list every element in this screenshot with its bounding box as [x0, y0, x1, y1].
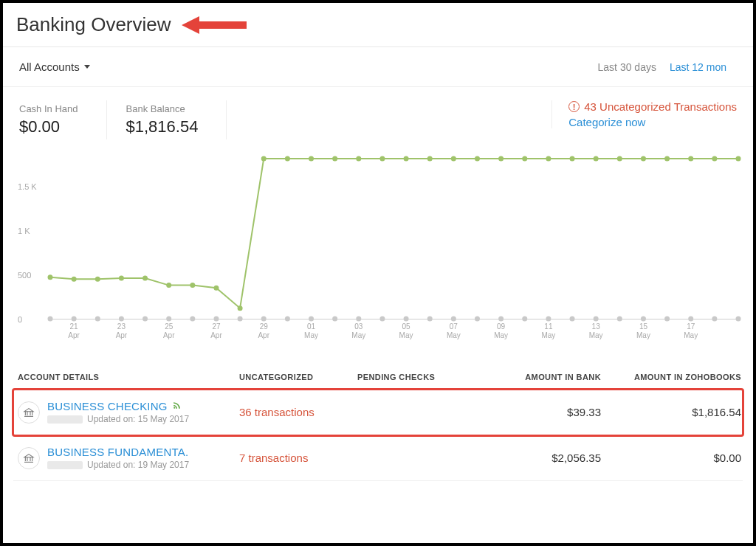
- svg-point-61: [173, 407, 175, 409]
- y-tick: 1 K: [18, 227, 30, 235]
- x-tick: 01May: [304, 322, 318, 340]
- uncategorized-alert: ! 43 Uncategorized Transactions Categori…: [551, 100, 737, 128]
- svg-point-36: [166, 283, 171, 288]
- redacted-box: [47, 461, 83, 469]
- th-amount-bank: AMOUNT IN BANK: [468, 373, 601, 381]
- svg-point-35: [142, 276, 148, 281]
- chart-y-axis: 05001 K1.5 K: [18, 154, 47, 324]
- bank-icon: [18, 447, 40, 469]
- bank-balance-value: $1,816.54: [126, 117, 199, 136]
- chart-plot: [50, 160, 738, 319]
- x-tick: 21Apr: [68, 322, 80, 340]
- x-tick: 03May: [351, 322, 365, 340]
- uncategorized-link[interactable]: 7 transactions: [239, 452, 357, 464]
- bank-icon: [18, 401, 40, 424]
- arrow-annotation-icon: [182, 15, 248, 35]
- x-tick: 07May: [447, 322, 461, 340]
- x-tick: 11May: [541, 322, 555, 340]
- table-row[interactable]: BUSINESS FUNDAMENTA. Updated on: 19 May …: [13, 435, 743, 481]
- svg-point-54: [594, 156, 599, 162]
- x-tick: 05May: [399, 322, 413, 340]
- svg-point-45: [379, 156, 385, 162]
- bank-balance-card: Bank Balance $1,816.54: [126, 100, 227, 139]
- table-row[interactable]: BUSINESS CHECKING Updated on: 15 May 201…: [13, 390, 743, 435]
- amount-in-books: $0.00: [601, 452, 741, 464]
- svg-marker-0: [182, 16, 247, 34]
- chart-x-axis: 21Apr23Apr25Apr27Apr29Apr01May03May05May…: [50, 321, 738, 346]
- svg-point-32: [72, 277, 77, 282]
- amount-in-bank: $2,056.35: [468, 452, 601, 464]
- svg-point-55: [617, 156, 622, 162]
- x-tick: 17May: [684, 322, 698, 340]
- svg-point-58: [688, 156, 693, 162]
- svg-point-47: [427, 156, 433, 162]
- svg-point-43: [332, 156, 337, 162]
- amount-in-bank: $39.33: [468, 406, 601, 418]
- svg-point-48: [451, 156, 456, 162]
- account-selector-label: All Accounts: [19, 61, 80, 73]
- th-uncategorized: UNCATEGORIZED: [239, 373, 357, 381]
- th-account: ACCOUNT DETAILS: [18, 373, 239, 381]
- x-tick: 25Apr: [163, 322, 175, 340]
- svg-point-34: [119, 276, 124, 281]
- th-pending: PENDING CHECKS: [357, 373, 468, 381]
- uncategorized-text: 43 Uncategorized Transactions: [584, 100, 737, 113]
- svg-point-50: [498, 156, 504, 162]
- x-tick: 29Apr: [258, 322, 269, 340]
- page-header: Banking Overview: [3, 3, 753, 47]
- account-selector-dropdown[interactable]: All Accounts: [19, 61, 90, 73]
- svg-point-42: [309, 156, 314, 162]
- svg-point-59: [712, 156, 717, 162]
- cash-label: Cash In Hand: [19, 103, 78, 114]
- svg-point-41: [285, 156, 290, 162]
- svg-point-52: [546, 156, 551, 162]
- redacted-box: [47, 415, 83, 424]
- uncategorized-link[interactable]: 36 transactions: [239, 406, 357, 418]
- svg-point-40: [261, 156, 267, 162]
- cash-value: $0.00: [19, 117, 78, 136]
- bank-balance-label: Bank Balance: [126, 103, 199, 114]
- x-tick: 13May: [589, 322, 603, 340]
- x-tick: 23Apr: [116, 322, 128, 340]
- svg-point-57: [664, 156, 670, 162]
- categorize-now-link[interactable]: Categorize now: [568, 116, 737, 128]
- svg-point-44: [356, 156, 361, 162]
- accounts-table: ACCOUNT DETAILS UNCATEGORIZED PENDING CH…: [3, 352, 753, 481]
- uncategorized-count: ! 43 Uncategorized Transactions: [568, 100, 737, 113]
- x-tick: 15May: [636, 322, 650, 340]
- chevron-down-icon: [84, 65, 90, 69]
- account-updated: Updated on: 15 May 2017: [47, 414, 189, 424]
- account-name-link[interactable]: BUSINESS FUNDAMENTA.: [47, 446, 188, 458]
- cash-in-hand-card: Cash In Hand $0.00: [19, 100, 107, 139]
- summary-row: Cash In Hand $0.00 Bank Balance $1,816.5…: [3, 87, 753, 147]
- toolbar: All Accounts Last 30 days Last 12 mon: [3, 47, 753, 87]
- svg-point-38: [213, 286, 219, 291]
- amount-in-books: $1,816.54: [601, 406, 741, 418]
- table-header: ACCOUNT DETAILS UNCATEGORIZED PENDING CH…: [13, 373, 743, 390]
- svg-point-39: [238, 305, 243, 311]
- svg-point-46: [404, 156, 409, 162]
- feed-icon: [172, 400, 182, 412]
- svg-point-49: [475, 156, 480, 162]
- account-name-link[interactable]: BUSINESS CHECKING: [47, 400, 182, 412]
- svg-point-60: [736, 156, 741, 162]
- svg-point-37: [190, 283, 195, 288]
- th-amount-books: AMOUNT IN ZOHOBOOKS: [601, 373, 741, 381]
- svg-point-33: [95, 277, 100, 282]
- alert-icon: !: [568, 101, 580, 112]
- time-range-12-months[interactable]: Last 12 mon: [670, 61, 726, 73]
- account-updated: Updated on: 19 May 2017: [47, 460, 189, 470]
- balance-chart: 05001 K1.5 K 21Apr23Apr25Apr27Apr29Apr01…: [3, 147, 753, 352]
- y-tick: 1.5 K: [18, 182, 37, 191]
- svg-point-53: [570, 156, 575, 162]
- time-range-30-days[interactable]: Last 30 days: [598, 61, 656, 73]
- svg-point-56: [641, 156, 646, 162]
- x-tick: 27Apr: [210, 322, 222, 340]
- y-tick: 0: [18, 315, 22, 324]
- svg-point-31: [48, 274, 53, 280]
- page-title: Banking Overview: [16, 13, 171, 36]
- svg-point-51: [522, 156, 527, 162]
- x-tick: 09May: [494, 322, 508, 340]
- y-tick: 500: [18, 271, 31, 280]
